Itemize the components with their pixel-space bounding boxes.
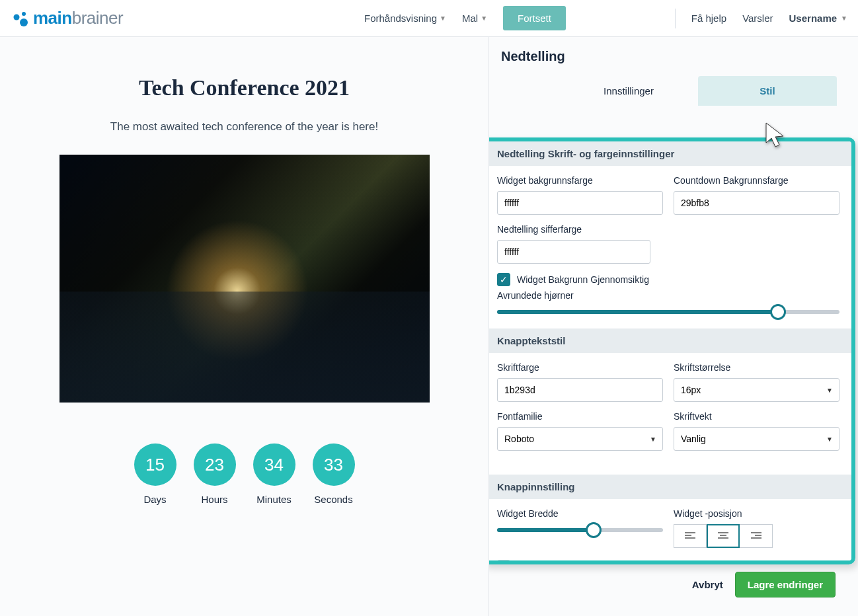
settings-panel: Nedtelling Innstillinger Stil Nedtelling… (489, 37, 858, 616)
label-font-weight: Skriftvekt (674, 411, 839, 422)
countdown-item-hours: 23 Hours (194, 443, 236, 505)
nav-help[interactable]: Få hjelp (691, 13, 726, 24)
section-header-textstyle: Knapptekststil (489, 328, 851, 353)
nav-preview-dropdown[interactable]: Forhåndsvisning▼ (364, 13, 446, 24)
countdown-item-minutes: 34 Minutes (253, 443, 295, 505)
label-widget-position: Widget -posisjon (674, 508, 839, 519)
nav-alerts[interactable]: Varsler (742, 13, 773, 24)
align-right-icon (751, 532, 761, 540)
cursor-icon (763, 122, 790, 151)
svg-point-2 (20, 19, 28, 26)
logo-text: mainbrainer (33, 8, 123, 28)
select-font-size[interactable] (674, 378, 839, 402)
input-widget-bg[interactable] (497, 191, 663, 215)
style-settings-box: Nedtelling Skrift- og fargeinnstillinger… (489, 137, 855, 564)
label-font-family: Fontfamilie (497, 411, 663, 422)
align-left-icon (685, 532, 695, 540)
nav-user-dropdown[interactable]: Username▼ (789, 13, 847, 24)
section-header-button: Knappinnstilling (489, 475, 851, 499)
footer-buttons: Avbryt Lagre endringer (692, 572, 836, 597)
label-rounded-corners: Avrundede hjørner (497, 290, 839, 301)
countdown-value: 33 (313, 443, 355, 486)
tab-settings[interactable]: Innstillinger (559, 76, 698, 106)
align-center-icon (718, 532, 728, 540)
label-font-color: Skriftfarge (497, 362, 663, 373)
continue-button[interactable]: Fortsett (503, 6, 566, 30)
logo[interactable]: mainbrainer (11, 8, 123, 28)
svg-point-0 (22, 12, 26, 16)
main-layout: Tech Conference 2021 The most awaited te… (0, 37, 858, 616)
input-digit-color[interactable] (497, 240, 650, 264)
label-widget-bg: Widget bakgrunnsfarge (497, 175, 663, 186)
checkbox-top-bottom-gap[interactable] (497, 560, 510, 564)
checkbox-transparent-bg[interactable] (497, 273, 510, 286)
section-header-colors: Nedtelling Skrift- og fargeinnstillinger (489, 141, 851, 166)
page-subtitle: The most awaited tech conference of the … (33, 120, 455, 134)
nav-right: Få hjelp Varsler Username▼ (675, 9, 847, 28)
cancel-button[interactable]: Avbryt (692, 579, 723, 590)
countdown-label: Days (134, 494, 176, 505)
tab-style[interactable]: Stil (698, 76, 837, 106)
input-font-color[interactable] (497, 378, 663, 402)
countdown-value: 23 (194, 443, 236, 486)
slider-rounded-corners[interactable] (497, 310, 839, 314)
align-right-button[interactable] (740, 524, 773, 548)
select-font-family[interactable] (497, 427, 663, 451)
hero-image (59, 155, 430, 403)
nav-center: Forhåndsvisning▼ Mal▼ Fortsett (364, 6, 566, 30)
label-widget-width: Widget Bredde (497, 508, 663, 519)
label-font-size: Skriftstørrelse (674, 362, 839, 373)
nav-template-dropdown[interactable]: Mal▼ (462, 13, 487, 24)
countdown-widget: 15 Days 23 Hours 34 Minutes 33 Seconds (33, 443, 455, 505)
label-top-bottom-gap: Topp Nederste Gap (517, 561, 597, 564)
chevron-down-icon: ▼ (481, 15, 487, 22)
chevron-down-icon: ▼ (841, 15, 847, 22)
slider-thumb[interactable] (770, 304, 786, 320)
logo-icon (11, 9, 29, 28)
panel-heading: Nedtelling (501, 49, 845, 64)
label-countdown-bg: Countdown Bakgrunnsfarge (674, 175, 839, 186)
tab-row: Innstillinger Stil (559, 76, 837, 106)
divider (675, 9, 676, 28)
top-nav: mainbrainer Forhåndsvisning▼ Mal▼ Fortse… (0, 0, 858, 37)
countdown-item-days: 15 Days (134, 443, 176, 505)
countdown-label: Hours (194, 494, 236, 505)
countdown-label: Seconds (313, 494, 355, 505)
align-left-button[interactable] (674, 524, 707, 548)
svg-point-1 (14, 14, 20, 20)
slider-thumb[interactable] (586, 522, 602, 538)
countdown-label: Minutes (253, 494, 295, 505)
label-digit-color: Nedtelling sifferfarge (497, 224, 650, 235)
position-group (674, 524, 839, 548)
input-countdown-bg[interactable] (674, 191, 839, 215)
slider-widget-width[interactable] (497, 528, 663, 532)
preview-column: Tech Conference 2021 The most awaited te… (0, 37, 489, 616)
page-title: Tech Conference 2021 (33, 75, 455, 100)
countdown-value: 34 (253, 443, 295, 486)
chevron-down-icon: ▼ (440, 15, 446, 22)
countdown-value: 15 (134, 443, 176, 486)
label-transparent-bg: Widget Bakgrunn Gjennomsiktig (517, 274, 649, 285)
select-font-weight[interactable] (674, 427, 839, 451)
save-button[interactable]: Lagre endringer (735, 572, 836, 597)
countdown-item-seconds: 33 Seconds (313, 443, 355, 505)
align-center-button[interactable] (707, 524, 740, 548)
